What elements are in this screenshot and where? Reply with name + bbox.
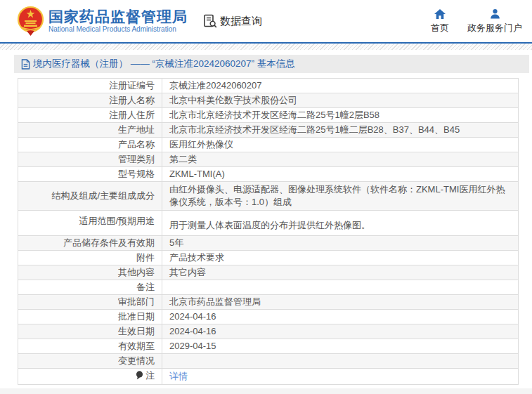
row-label-text: 产品储存条件及有效期	[63, 237, 155, 248]
row-label-registrant-name: 注册人名称	[18, 93, 162, 108]
data-query-icon	[203, 14, 217, 28]
user-icon	[490, 8, 500, 19]
row-value-remarks	[162, 280, 519, 295]
table-row: 管理类别第二类	[18, 152, 519, 167]
row-label-storage-validity: 产品储存条件及有效期	[18, 236, 162, 251]
row-label-remarks: 备注	[18, 280, 162, 295]
nav-item-home[interactable]: 首页	[431, 8, 449, 34]
header-hatch-band	[0, 44, 532, 50]
row-label-approval-dept: 审批部门	[18, 295, 162, 310]
row-value-attachment: 产品技术要求	[162, 251, 519, 265]
row-label-reg-cert-no: 注册证编号	[18, 79, 162, 93]
row-value-management-class: 第二类	[162, 152, 519, 167]
data-query-label: 数据查询	[220, 15, 262, 28]
row-value-other-content: 其它内容	[162, 265, 519, 280]
row-label-model-spec: 型号规格	[18, 167, 162, 182]
org-name-zh: 国家药品监督管理局	[48, 8, 188, 25]
data-query-button[interactable]: 数据查询	[203, 14, 262, 28]
nav-label-gov-portal: 政务服务门户	[467, 22, 522, 34]
row-label-structure: 结构及组成/主要组成成分	[18, 182, 162, 211]
row-label-text: 产品名称	[118, 139, 155, 150]
table-row: 附件产品技术要求	[18, 251, 519, 265]
table-row: 产品名称医用红外热像仪	[18, 138, 519, 152]
row-label-note: 注	[18, 369, 162, 385]
row-value-approval-dept: 北京市药品监督管理局	[162, 295, 519, 310]
table-row: 注详情	[18, 369, 519, 385]
row-value-change-status	[162, 354, 519, 369]
row-label-text: 型号规格	[118, 169, 155, 179]
table-row: 适用范围/预期用途用于测量人体表面温度的分布并提供红外热像图。	[18, 211, 519, 236]
row-value-model-spec: ZKML-TMI(A)	[162, 167, 519, 182]
row-label-text: 批准日期	[118, 311, 155, 322]
nav-item-gov-portal[interactable]: 政务服务门户	[467, 8, 522, 34]
row-label-approval-date: 批准日期	[18, 310, 162, 324]
row-label-intended-use: 适用范围/预期用途	[18, 211, 162, 236]
row-value-product-name: 医用红外热像仪	[162, 138, 519, 152]
breadcrumb-text: 境内医疗器械（注册） —— “京械注准20242060207” 基本信息	[33, 58, 295, 70]
row-label-text: 适用范围/预期用途	[79, 216, 155, 226]
row-label-text: 结构及组成/主要组成成分	[51, 190, 155, 201]
row-label-text: 变更情况	[118, 355, 155, 366]
row-value-effective-date: 2024-04-16	[162, 324, 519, 339]
home-icon	[434, 8, 446, 19]
table-row: 注册人住所北京市北京经济技术开发区经海二路25号1幢2层B58	[18, 108, 519, 123]
row-label-text: 注	[145, 370, 155, 381]
table-row: 生产地址北京市北京经济技术开发区经海二路25号1幢二层B28、B37、B44、B…	[18, 123, 519, 138]
page: 国家药品监督管理局 National Medical Products Admi…	[0, 0, 532, 394]
row-label-text: 注册人名称	[109, 95, 155, 105]
bottom-strip	[0, 388, 532, 394]
logo-group[interactable]: 国家药品监督管理局 National Medical Products Admi…	[18, 6, 188, 37]
row-label-text: 审批部门	[118, 296, 155, 307]
row-label-effective-date: 生效日期	[18, 324, 162, 339]
table-row: 其他内容其它内容	[18, 265, 519, 280]
row-label-other-content: 其他内容	[18, 265, 162, 280]
row-value-expiry-date: 2029-04-15	[162, 339, 519, 354]
org-titles: 国家药品监督管理局 National Medical Products Admi…	[48, 8, 188, 34]
table-row: 有效期至2029-04-15	[18, 339, 519, 354]
table-row: 注册证编号京械注准20242060207	[18, 79, 519, 93]
row-label-management-class: 管理类别	[18, 152, 162, 167]
table-row: 注册人名称北京中科美伦数字技术股份公司	[18, 93, 519, 108]
nav-label-home: 首页	[431, 22, 449, 34]
row-label-product-name: 产品名称	[18, 138, 162, 152]
table-row: 批准日期2024-04-16	[18, 310, 519, 324]
table-row: 结构及组成/主要组成成分由红外摄像头、电源适配器、图像处理系统软件（软件名称：Z…	[18, 182, 519, 211]
row-label-text: 附件	[136, 252, 155, 263]
note-balloon-icon	[136, 371, 143, 383]
row-label-text: 注册人住所	[109, 110, 155, 120]
row-value-storage-validity: 5年	[162, 236, 519, 251]
row-value-production-address: 北京市北京经济技术开发区经海二路25号1幢二层B28、B37、B44、B45	[162, 123, 519, 138]
row-value-reg-cert-no: 京械注准20242060207	[162, 79, 519, 93]
row-value-structure: 由红外摄像头、电源适配器、图像处理系统软件（软件名称：ZKML-TMI医用红外热…	[162, 182, 519, 211]
row-label-text: 管理类别	[118, 154, 155, 164]
row-label-text: 注册证编号	[109, 80, 155, 91]
row-label-expiry-date: 有效期至	[18, 339, 162, 354]
table-row: 备注	[18, 280, 519, 295]
breadcrumb: 境内医疗器械（注册） —— “京械注准20242060207” 基本信息	[14, 55, 529, 73]
table-row: 产品储存条件及有效期5年	[18, 236, 519, 251]
document-icon	[21, 59, 30, 70]
table-row: 变更情况	[18, 354, 519, 369]
row-label-text: 生效日期	[118, 326, 155, 336]
national-emblem-icon	[18, 6, 44, 37]
row-label-change-status: 变更情况	[18, 354, 162, 369]
header-nav: 首页 政务服务门户	[431, 8, 522, 34]
row-label-text: 生产地址	[118, 124, 155, 135]
table-row: 审批部门北京市药品监督管理局	[18, 295, 519, 310]
row-label-registrant-address: 注册人住所	[18, 108, 162, 123]
row-label-production-address: 生产地址	[18, 123, 162, 138]
info-table-body: 注册证编号京械注准20242060207注册人名称北京中科美伦数字技术股份公司注…	[18, 79, 519, 385]
row-label-text: 其他内容	[118, 267, 155, 277]
row-label-text: 备注	[136, 282, 155, 292]
header: 国家药品监督管理局 National Medical Products Admi…	[0, 0, 532, 42]
row-value-registrant-address: 北京市北京经济技术开发区经海二路25号1幢2层B58	[162, 108, 519, 123]
table-row: 型号规格ZKML-TMI(A)	[18, 167, 519, 182]
row-label-text: 有效期至	[118, 341, 155, 351]
info-table: 注册证编号京械注准20242060207注册人名称北京中科美伦数字技术股份公司注…	[18, 78, 519, 385]
detail-link[interactable]: 详情	[169, 371, 188, 381]
row-value-registrant-name: 北京中科美伦数字技术股份公司	[162, 93, 519, 108]
row-value-approval-date: 2024-04-16	[162, 310, 519, 324]
row-label-attachment: 附件	[18, 251, 162, 265]
row-value-note: 详情	[162, 369, 519, 385]
table-row: 生效日期2024-04-16	[18, 324, 519, 339]
